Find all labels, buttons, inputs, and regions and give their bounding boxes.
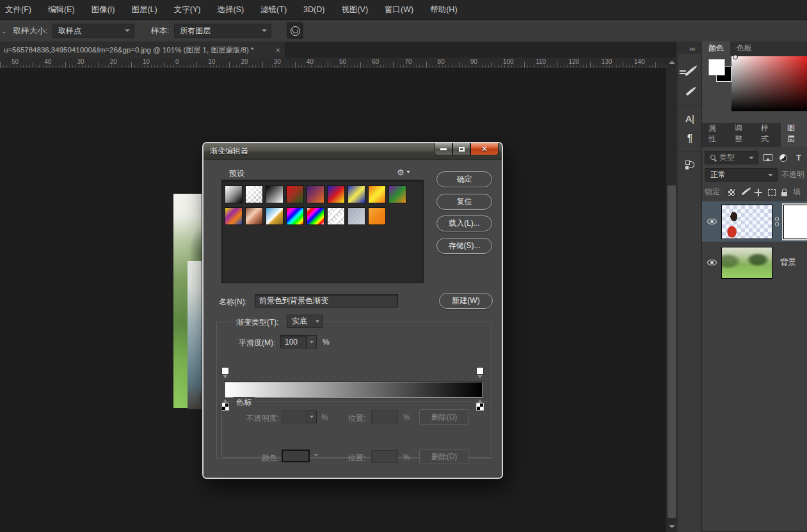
chevron-down-icon — [314, 454, 319, 457]
gradient-preset[interactable] — [225, 207, 243, 225]
filter-pixel-layers-icon[interactable] — [762, 153, 774, 163]
new-button[interactable]: 新建(W) — [439, 293, 493, 309]
vertical-scrollbar[interactable] — [666, 58, 676, 532]
menu-item[interactable]: 窗口(W) — [376, 0, 422, 20]
paragraph-panel-icon[interactable]: ¶ — [678, 129, 701, 149]
menu-item[interactable]: 编辑(E) — [40, 0, 83, 20]
ok-button[interactable]: 确定 — [436, 171, 492, 187]
visibility-toggle[interactable] — [702, 219, 721, 224]
opacity-stop-left[interactable] — [221, 367, 230, 379]
lock-position-icon[interactable] — [755, 189, 762, 196]
layer-filter-row: 类型 T — [702, 147, 807, 167]
gradient-type-dropdown[interactable]: 实底 — [287, 315, 323, 328]
close-button[interactable]: ✕ — [470, 143, 499, 155]
lock-all-icon[interactable] — [781, 192, 787, 196]
gradient-preset[interactable] — [286, 185, 304, 203]
tab-color[interactable]: 颜色 — [702, 41, 730, 56]
preset-grid — [221, 180, 424, 283]
ruler-label: 30 — [274, 58, 281, 65]
menu-item[interactable]: 文字(Y) — [166, 0, 209, 20]
menu-item[interactable]: 图层(L) — [123, 0, 165, 20]
gradient-preset[interactable] — [245, 207, 263, 225]
gradient-preset[interactable] — [327, 207, 345, 225]
foreground-color-swatch[interactable] — [708, 59, 725, 75]
sample-size-dropdown[interactable]: 取样点 — [52, 24, 134, 38]
document-tab[interactable]: u=565784836,3495041000&fm=26&gp=0.jpg @ … — [0, 42, 286, 58]
gradient-preview-bar[interactable] — [225, 382, 483, 398]
tab-adjustments[interactable]: 调整 — [728, 121, 755, 147]
reset-button[interactable]: 复位 — [436, 194, 492, 210]
clone-source-panel-icon[interactable] — [678, 155, 701, 175]
layers-panel-tabs: 属性 调整 样式 图层 — [702, 133, 807, 147]
lock-pixels-icon[interactable] — [742, 189, 749, 195]
smoothness-dropdown-arrow[interactable] — [307, 335, 317, 348]
name-label: 名称(N): — [219, 297, 247, 308]
scroll-down-icon[interactable] — [669, 525, 675, 528]
stop-location-label: 位置: — [348, 453, 365, 464]
filter-type-layers-icon[interactable]: T — [793, 153, 804, 163]
menu-item[interactable]: 3D(D) — [295, 0, 333, 20]
gradient-preset[interactable] — [368, 185, 386, 203]
menu-item[interactable]: 滤镜(T) — [252, 0, 295, 20]
percent-sign: % — [321, 413, 328, 422]
visibility-toggle[interactable] — [702, 260, 721, 265]
menu-item[interactable]: 视图(V) — [333, 0, 376, 20]
gradient-preset[interactable] — [368, 207, 386, 225]
scroll-up-icon[interactable] — [669, 61, 675, 64]
opacity-stop-right[interactable] — [476, 367, 484, 379]
foreground-background-swatches[interactable] — [708, 59, 734, 84]
gradient-preset[interactable] — [388, 185, 406, 203]
lock-artboard-icon[interactable] — [768, 189, 776, 196]
gradient-preset[interactable] — [307, 185, 324, 203]
gradient-preset[interactable] — [266, 185, 284, 203]
blend-mode-dropdown[interactable]: 正常 — [705, 168, 778, 182]
chevron-down-icon — [125, 29, 130, 32]
gradient-preset[interactable] — [245, 185, 263, 203]
gradient-preset[interactable] — [307, 207, 324, 225]
minimize-button[interactable] — [435, 143, 452, 155]
menu-item[interactable]: 选择(S) — [209, 0, 252, 20]
layer-row-layer1[interactable] — [702, 201, 807, 242]
gradient-preset[interactable] — [266, 207, 284, 225]
layer-row-background[interactable]: 背景 — [702, 242, 807, 283]
brush-panel-icon[interactable] — [678, 61, 701, 82]
color-picker-marker[interactable] — [733, 54, 738, 59]
close-icon[interactable]: × — [275, 46, 280, 54]
layer-filter-dropdown[interactable]: 类型 — [705, 151, 758, 164]
sampling-ring-toggle[interactable] — [287, 22, 303, 39]
layer-thumbnail[interactable] — [721, 205, 772, 239]
menu-item[interactable]: 图像(I) — [83, 0, 124, 20]
smoothness-input[interactable]: 100 — [280, 335, 307, 348]
tab-styles[interactable]: 样式 — [755, 121, 781, 147]
scrollbar-thumb[interactable] — [667, 185, 676, 518]
gradient-preset[interactable] — [348, 207, 365, 225]
gradient-name-input[interactable]: 前景色到背景色渐变 — [255, 294, 398, 308]
brush-presets-panel-icon[interactable] — [678, 82, 701, 102]
layer-mask-thumbnail[interactable] — [783, 205, 807, 239]
menu-item[interactable]: 文件(F) — [0, 0, 40, 20]
gear-icon[interactable]: ⚙ — [397, 168, 410, 177]
color-picker-field[interactable] — [731, 56, 807, 111]
character-panel-icon[interactable]: A| — [678, 108, 701, 129]
gradient-preset[interactable] — [327, 185, 345, 203]
save-button[interactable]: 存储(S)... — [436, 238, 492, 254]
menu-item[interactable]: 帮助(H) — [422, 0, 465, 20]
gradient-preset[interactable] — [286, 207, 304, 225]
dialog-title-bar[interactable]: 渐变编辑器 ✕ — [204, 143, 502, 159]
eye-icon — [707, 260, 717, 265]
lock-transparency-icon[interactable] — [728, 189, 735, 196]
filter-adjustment-layers-icon[interactable] — [778, 153, 789, 163]
layer-thumbnail[interactable] — [721, 247, 772, 279]
maximize-button[interactable] — [452, 143, 470, 155]
load-button[interactable]: 载入(L)... — [436, 215, 492, 231]
delete-color-stop-button: 删除(D) — [419, 449, 469, 464]
gradient-preset[interactable] — [348, 185, 365, 203]
tab-properties[interactable]: 属性 — [702, 121, 728, 147]
tab-layers[interactable]: 图层 — [781, 121, 807, 147]
sample-dropdown[interactable]: 所有图层 — [174, 24, 271, 38]
mask-link-icon[interactable] — [773, 217, 781, 226]
collapse-panels-icon[interactable]: «« — [689, 45, 694, 52]
tool-preset-chevron-icon[interactable]: ⌄ — [1, 27, 6, 35]
gradient-preset[interactable] — [225, 185, 243, 203]
ruler-label: 60 — [372, 58, 379, 65]
